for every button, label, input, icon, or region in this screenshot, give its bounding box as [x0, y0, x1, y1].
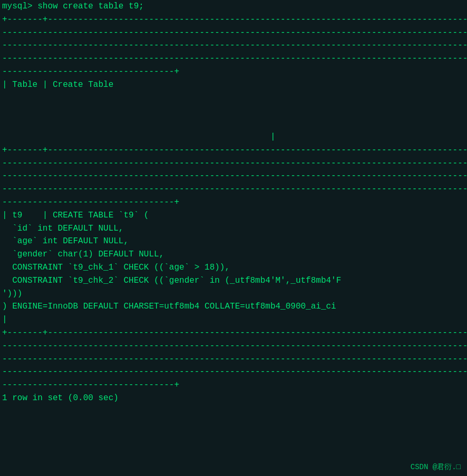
sep-bot-5: ----------------------------------+ — [0, 379, 467, 392]
blank-3 — [0, 117, 467, 131]
data-row-8: ) ENGINE=InnoDB DEFAULT CHARSET=utf8mb4 … — [0, 300, 467, 313]
data-row-6: CONSTRAINT `t9_chk_2` CHECK ((`gender` i… — [0, 274, 467, 287]
data-row-4: `gender` char(1) DEFAULT NULL, — [0, 248, 467, 261]
data-row-3: `age` int DEFAULT NULL, — [0, 235, 467, 248]
sep-top-4: ----------------------------------------… — [0, 52, 467, 65]
sep-top-3: ----------------------------------------… — [0, 39, 467, 52]
sep-top-2: ----------------------------------------… — [0, 26, 467, 39]
data-row-2: `id` int DEFAULT NULL, — [0, 222, 467, 235]
sep-mid-1: +-------+-------------------------------… — [0, 144, 467, 157]
sep-mid-2: ----------------------------------------… — [0, 157, 467, 170]
header-line: | Table | Create Table — [0, 78, 467, 92]
sep-mid-4: ----------------------------------------… — [0, 183, 467, 196]
prompt-line: mysql> show create table t9; — [0, 0, 467, 13]
sep-mid-5: ----------------------------------+ — [0, 196, 467, 209]
sep-top-5: ----------------------------------+ — [0, 65, 467, 78]
data-row-1: | t9 | CREATE TABLE `t9` ( — [0, 209, 467, 222]
blank-1 — [0, 92, 467, 105]
blank-2 — [0, 104, 467, 117]
pipe-center: | — [0, 131, 467, 144]
sep-bot-1: +-------+-------------------------------… — [0, 326, 467, 340]
sep-bot-2: ----------------------------------------… — [0, 340, 467, 353]
pipe-bottom: | — [0, 313, 467, 326]
sep-bot-3: ----------------------------------------… — [0, 353, 467, 366]
terminal-window: mysql> show create table t9; +-------+--… — [0, 0, 467, 476]
data-row-7: '))) — [0, 287, 467, 301]
sep-mid-3: ----------------------------------------… — [0, 170, 467, 183]
row-count: 1 row in set (0.00 sec) — [0, 392, 467, 405]
sep-top-1: +-------+-------------------------------… — [0, 13, 467, 26]
sep-bot-4: ----------------------------------------… — [0, 365, 467, 379]
data-row-5: CONSTRAINT `t9_chk_1` CHECK ((`age` > 18… — [0, 261, 467, 274]
watermark: CSDN @君衍.□ — [411, 462, 461, 472]
